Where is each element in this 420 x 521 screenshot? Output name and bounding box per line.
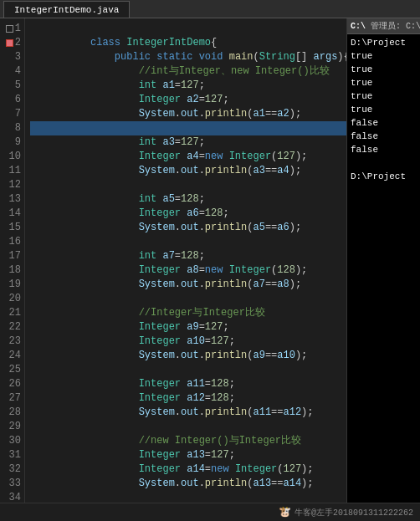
output-line-6: true	[351, 103, 417, 116]
line-num-34: 34	[3, 491, 21, 503]
code-editor[interactable]: 1 2 3 4 5 6 7 8 9 10 11 12 13 14 15 16 1…	[0, 18, 346, 503]
line-num-23: 23	[3, 335, 21, 349]
output-line-7: false	[351, 116, 417, 130]
watermark-text: 牛客@左手2018091311222262	[295, 507, 413, 518]
line-num-14: 14	[3, 207, 21, 221]
output-panel: C:\ 管理员: C:\ D:\Project true true true t…	[346, 18, 420, 503]
line-num-25: 25	[3, 363, 21, 377]
line-num-19: 19	[3, 278, 21, 292]
output-header-icon: C:\	[351, 22, 366, 31]
tab-bar: IntegerIntDemo.java	[0, 0, 420, 18]
line-num-13: 13	[3, 192, 21, 207]
line-num-1: 1	[3, 22, 21, 36]
code-line-1: class IntegerIntDemo{	[30, 22, 346, 36]
code-text-area[interactable]: class IntegerIntDemo{ public static void…	[25, 18, 346, 503]
line-num-33: 33	[3, 477, 21, 491]
line-number-gutter: 1 2 3 4 5 6 7 8 9 10 11 12 13 14 15 16 1…	[0, 18, 25, 503]
line-num-4: 4	[3, 64, 21, 79]
line-num-15: 15	[3, 221, 21, 235]
main-area: 1 2 3 4 5 6 7 8 9 10 11 12 13 14 15 16 1…	[0, 18, 420, 503]
line-num-9: 9	[3, 135, 21, 150]
bottom-status-bar: 🐮 牛客@左手2018091311222262	[0, 503, 420, 521]
editor-container: IntegerIntDemo.java 1 2 3 4 5 6 7 8 9 1	[0, 0, 420, 521]
output-line-4: true	[351, 76, 417, 89]
line-num-27: 27	[3, 391, 21, 406]
line-num-21: 21	[3, 306, 21, 320]
line-num-5: 5	[3, 79, 21, 93]
line-num-29: 29	[3, 420, 21, 434]
line-num-7: 7	[3, 107, 21, 121]
output-line-9: false	[351, 143, 417, 156]
line-num-30: 30	[3, 434, 21, 448]
line-num-12: 12	[3, 178, 21, 192]
line-num-18: 18	[3, 263, 21, 278]
line-num-28: 28	[3, 406, 21, 420]
output-line-3: true	[351, 63, 417, 76]
output-line-5: true	[351, 89, 417, 103]
line-num-2: 2	[3, 36, 21, 50]
line-num-16: 16	[3, 235, 21, 249]
output-line-2: true	[351, 49, 417, 63]
output-line-11: D:\Project	[351, 170, 417, 183]
line-num-32: 32	[3, 462, 21, 477]
line-num-6: 6	[3, 93, 21, 107]
line-num-22: 22	[3, 320, 21, 335]
line-num-17: 17	[3, 249, 21, 263]
line-num-3: 3	[3, 50, 21, 64]
output-header: C:\ 管理员: C:\	[347, 18, 420, 34]
output-body: D:\Project true true true true true fals…	[347, 34, 420, 185]
active-tab[interactable]: IntegerIntDemo.java	[3, 1, 130, 18]
output-line-1: D:\Project	[351, 36, 417, 49]
line-num-8: 8	[3, 121, 21, 135]
line-num-11: 11	[3, 164, 21, 178]
line-num-10: 10	[3, 150, 21, 164]
output-line-10	[351, 156, 417, 170]
line-num-26: 26	[3, 377, 21, 391]
line-num-31: 31	[3, 448, 21, 462]
line-num-24: 24	[3, 349, 21, 363]
output-line-8: false	[351, 130, 417, 143]
line-num-20: 20	[3, 292, 21, 306]
watermark-icon: 🐮	[279, 506, 291, 518]
